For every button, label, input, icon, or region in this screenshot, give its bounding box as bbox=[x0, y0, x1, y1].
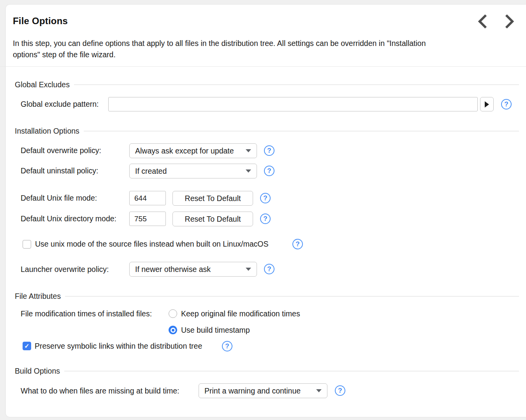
section-title-installation-options: Installation Options bbox=[15, 127, 79, 136]
global-exclude-pattern-input[interactable] bbox=[108, 97, 478, 111]
directory-mode-help-icon[interactable]: ? bbox=[260, 214, 271, 224]
missing-files-label: What to do when files are missing at bui… bbox=[21, 386, 179, 395]
reset-directory-mode-button-label: Reset To Default bbox=[185, 215, 241, 224]
overwrite-policy-help-icon[interactable]: ? bbox=[264, 145, 274, 156]
previous-step-button[interactable] bbox=[475, 13, 491, 30]
uninstall-policy-help-icon[interactable]: ? bbox=[264, 166, 274, 176]
section-global-excludes: Global Excludes bbox=[15, 80, 519, 89]
global-exclude-help-icon[interactable]: ? bbox=[501, 99, 512, 109]
missing-files-select[interactable]: Print a warning and continue bbox=[199, 383, 327, 398]
file-mode-help-icon[interactable]: ? bbox=[260, 193, 271, 203]
step-description-line2: options" step of the file wizard. bbox=[13, 50, 116, 59]
chevron-down-icon bbox=[246, 169, 251, 173]
step-description-line1: In this step, you can define options tha… bbox=[13, 39, 426, 48]
file-options-page: File Options In this step, you can defin… bbox=[0, 0, 526, 420]
default-unix-file-mode-label: Default Unix file mode: bbox=[21, 194, 97, 203]
default-overwrite-policy-label: Default overwrite policy: bbox=[21, 146, 101, 155]
missing-files-help-icon[interactable]: ? bbox=[335, 385, 345, 396]
section-title-global-excludes: Global Excludes bbox=[15, 80, 70, 89]
file-modification-times-label: File modification times of installed fil… bbox=[21, 309, 152, 318]
default-uninstall-policy-label: Default uninstall policy: bbox=[21, 166, 98, 175]
launcher-policy-help-icon[interactable]: ? bbox=[264, 264, 274, 274]
reset-file-mode-button-label: Reset To Default bbox=[185, 194, 241, 203]
preserve-symlinks-checkbox[interactable]: ✓ bbox=[23, 342, 31, 350]
header-divider bbox=[0, 66, 526, 67]
chevron-down-icon bbox=[316, 389, 322, 392]
chevron-left-icon bbox=[477, 14, 488, 29]
section-rule bbox=[74, 85, 519, 85]
use-build-timestamp-radio-label[interactable]: Use build timestamp bbox=[181, 326, 250, 335]
default-uninstall-policy-select[interactable]: If created bbox=[129, 164, 257, 178]
triangle-right-icon bbox=[485, 101, 489, 108]
unix-mode-help-icon[interactable]: ? bbox=[292, 239, 303, 249]
use-build-timestamp-radio[interactable] bbox=[169, 326, 177, 334]
keep-original-times-radio[interactable] bbox=[169, 309, 177, 318]
radio-selected-indicator bbox=[171, 328, 176, 333]
section-file-attributes: File Attributes bbox=[15, 292, 519, 301]
reset-file-mode-button[interactable]: Reset To Default bbox=[172, 191, 253, 206]
section-rule bbox=[65, 296, 519, 296]
chevron-right-icon bbox=[504, 14, 515, 29]
exclude-pattern-expand-button[interactable] bbox=[480, 97, 494, 111]
reset-directory-mode-button[interactable]: Reset To Default bbox=[172, 212, 253, 226]
launcher-overwrite-policy-value: If newer otherwise ask bbox=[135, 265, 242, 274]
step-description: In this step, you can define options tha… bbox=[13, 38, 472, 60]
use-unix-mode-checkbox[interactable] bbox=[23, 240, 31, 249]
section-title-build-options: Build Options bbox=[15, 367, 60, 376]
default-overwrite-policy-value: Always ask except for update bbox=[135, 146, 242, 155]
section-installation-options: Installation Options bbox=[15, 127, 519, 136]
default-uninstall-policy-value: If created bbox=[135, 167, 242, 176]
preserve-symlinks-checkbox-label: Preserve symbolic links within the distr… bbox=[35, 342, 202, 351]
preserve-symlinks-help-icon[interactable]: ? bbox=[222, 341, 232, 351]
chevron-down-icon bbox=[246, 149, 251, 152]
next-step-button[interactable] bbox=[501, 13, 517, 30]
global-exclude-pattern-label: Global exclude pattern: bbox=[21, 100, 99, 109]
missing-files-value: Print a warning and continue bbox=[204, 386, 312, 395]
default-unix-directory-mode-input[interactable] bbox=[129, 212, 166, 226]
default-unix-directory-mode-label: Default Unix directory mode: bbox=[21, 214, 116, 223]
use-unix-mode-checkbox-label: Use unix mode of the source files instea… bbox=[35, 240, 268, 249]
page-title: File Options bbox=[13, 16, 68, 26]
launcher-overwrite-policy-select[interactable]: If newer otherwise ask bbox=[129, 262, 257, 277]
section-title-file-attributes: File Attributes bbox=[15, 292, 61, 301]
chevron-down-icon bbox=[246, 268, 251, 271]
default-overwrite-policy-select[interactable]: Always ask except for update bbox=[129, 143, 257, 158]
default-unix-file-mode-input[interactable] bbox=[129, 191, 166, 205]
checkmark-icon: ✓ bbox=[24, 342, 29, 350]
launcher-overwrite-policy-label: Launcher overwrite policy: bbox=[21, 265, 109, 274]
section-rule bbox=[84, 131, 519, 131]
keep-original-times-radio-label[interactable]: Keep original file modification times bbox=[181, 309, 300, 318]
section-build-options: Build Options bbox=[15, 367, 519, 376]
section-rule bbox=[64, 371, 519, 371]
